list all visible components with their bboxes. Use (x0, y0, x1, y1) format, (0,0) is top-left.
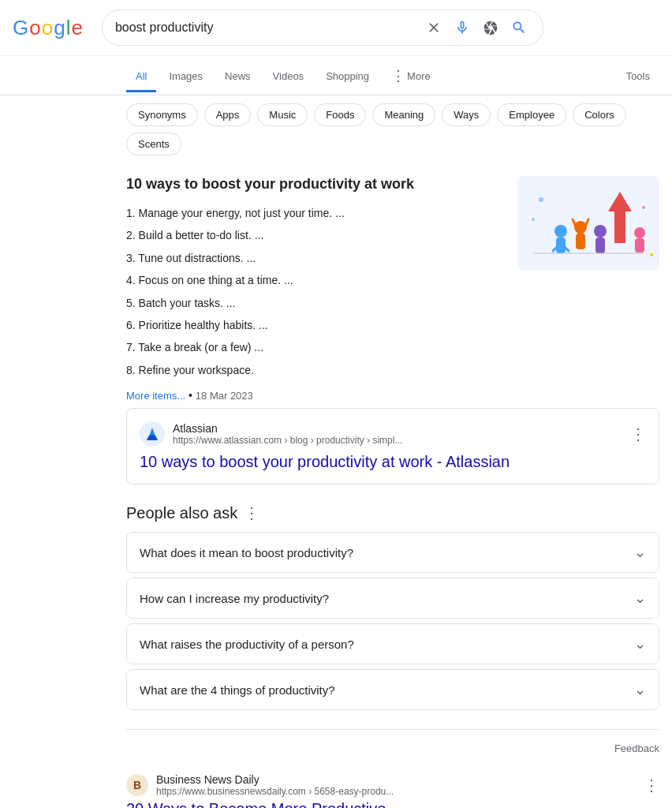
search-icons (423, 17, 530, 39)
featured-list: 1. Manage your energy, not just your tim… (126, 202, 505, 381)
chip-colors[interactable]: Colors (573, 103, 626, 126)
atlassian-logo-icon (143, 425, 162, 443)
people-also-ask-section: People also ask ⋮ What does it mean to b… (126, 503, 659, 710)
featured-title: 10 ways to boost your productivity at wo… (126, 176, 505, 193)
bnd-result-title[interactable]: 20 Ways to Become More Productive (126, 800, 659, 808)
featured-image (517, 176, 659, 271)
divider (126, 729, 659, 730)
list-item: 2. Build a better to-do list. ... (126, 224, 505, 246)
search-button[interactable] (508, 17, 530, 39)
logo-g: G (13, 16, 28, 40)
atlassian-menu-dots[interactable]: ⋮ (630, 426, 646, 442)
bnd-site-icon: B (126, 774, 148, 796)
lens-button[interactable] (480, 17, 502, 39)
result-source-bnd: B Business News Daily https://www.busine… (126, 773, 659, 797)
tab-all[interactable]: All (126, 62, 156, 92)
more-items-link[interactable]: More items... (126, 390, 185, 402)
chevron-down-icon: ⌄ (634, 681, 646, 698)
chevron-down-icon: ⌄ (634, 635, 646, 653)
search-icon (511, 20, 527, 36)
paa-question-1[interactable]: What does it mean to boost productivity?… (127, 533, 659, 572)
paa-menu-dots[interactable]: ⋮ (244, 503, 259, 522)
header: G o o g l e (0, 0, 672, 56)
list-item: 8. Refine your workspace. (126, 359, 505, 381)
chevron-down-icon: ⌄ (634, 589, 646, 607)
source-name: Atlassian (173, 422, 622, 435)
tab-more[interactable]: ⋮ More (382, 59, 440, 95)
separator: • (189, 389, 196, 402)
clear-button[interactable] (423, 17, 445, 39)
svg-point-12 (634, 227, 645, 238)
clear-icon (426, 20, 442, 36)
search-input[interactable] (115, 21, 416, 35)
chip-meaning[interactable]: Meaning (372, 103, 435, 126)
filter-chips: Synonyms Apps Music Foods Meaning Ways E… (0, 95, 672, 163)
google-logo[interactable]: G o o g l e (13, 16, 83, 40)
nav-tabs: All Images News Videos Shopping ⋮ More T… (0, 56, 672, 95)
chip-apps[interactable]: Apps (204, 103, 252, 126)
atlassian-result-link[interactable]: 10 ways to boost your productivity at wo… (140, 453, 510, 470)
featured-snippet: 10 ways to boost your productivity at wo… (126, 176, 659, 402)
paa-item-2: How can I increase my productivity? ⌄ (126, 578, 659, 619)
logo-e: e (71, 16, 82, 40)
svg-point-17 (650, 253, 653, 256)
paa-title: People also ask ⋮ (126, 503, 659, 522)
svg-rect-13 (635, 238, 644, 252)
more-items-row: More items... • 18 Mar 2023 (126, 389, 505, 402)
bnd-site-name: Business News Daily (156, 773, 636, 786)
logo-g2: g (54, 16, 65, 40)
chip-foods[interactable]: Foods (314, 103, 366, 126)
svg-rect-0 (517, 176, 659, 271)
tab-images[interactable]: Images (159, 62, 212, 92)
source-meta: Atlassian https://www.atlassian.com › bl… (173, 422, 622, 446)
tab-shopping[interactable]: Shopping (316, 62, 379, 92)
list-item: 7. Take a break (or a few) ... (126, 336, 505, 358)
result-item-bnd: B Business News Daily https://www.busine… (126, 773, 659, 808)
list-item: 4. Focus on one thing at a time. ... (126, 269, 505, 291)
featured-text: 10 ways to boost your productivity at wo… (126, 176, 505, 402)
paa-item-4: What are the 4 things of productivity? ⌄ (126, 669, 659, 710)
paa-question-4[interactable]: What are the 4 things of productivity? ⌄ (127, 670, 659, 709)
chip-scents[interactable]: Scents (126, 133, 181, 155)
chip-music[interactable]: Music (257, 103, 308, 126)
camera-icon (483, 20, 498, 36)
list-item: 3. Tune out distractions. ... (126, 247, 505, 269)
dots-icon: ⋮ (391, 67, 405, 84)
chip-ways[interactable]: Ways (442, 103, 491, 126)
svg-rect-9 (595, 238, 605, 253)
featured-date: 18 Mar 2023 (196, 390, 253, 402)
source-info: Atlassian https://www.atlassian.com › bl… (140, 421, 646, 447)
list-item: 5. Batch your tasks. ... (126, 292, 505, 314)
paa-question-3[interactable]: What raises the productivity of a person… (127, 624, 659, 664)
bnd-site-info: Business News Daily https://www.business… (156, 773, 636, 797)
logo-l: l (66, 16, 71, 40)
tab-news[interactable]: News (215, 62, 260, 92)
voice-search-button[interactable] (451, 17, 473, 39)
svg-point-2 (554, 225, 567, 238)
logo-o2: o (42, 16, 53, 40)
tab-tools[interactable]: Tools (617, 62, 659, 92)
atlassian-result: Atlassian https://www.atlassian.com › bl… (126, 408, 659, 484)
atlassian-icon (140, 421, 165, 447)
svg-point-8 (594, 225, 607, 238)
logo-o1: o (29, 16, 40, 40)
list-item: 6. Prioritize healthy habits. ... (126, 314, 505, 336)
search-bar[interactable] (102, 9, 543, 46)
chevron-down-icon: ⌄ (634, 544, 646, 561)
paa-item-1: What does it mean to boost productivity?… (126, 532, 659, 573)
svg-point-16 (532, 218, 535, 221)
chip-employee[interactable]: Employee (497, 103, 566, 126)
chip-synonyms[interactable]: Synonyms (126, 103, 198, 126)
paa-question-2[interactable]: How can I increase my productivity? ⌄ (127, 578, 659, 618)
paa-item-3: What raises the productivity of a person… (126, 623, 659, 664)
feedback-link[interactable]: Feedback (614, 743, 659, 754)
bnd-site-url: https://www.businessnewsdaily.com › 5658… (156, 786, 636, 797)
list-item: 1. Manage your energy, not just your tim… (126, 202, 505, 224)
bnd-menu-dots[interactable]: ⋮ (644, 777, 659, 793)
microphone-icon (454, 20, 470, 36)
feedback-row: Feedback (126, 736, 659, 761)
tab-videos[interactable]: Videos (263, 62, 314, 92)
main-content: 10 ways to boost your productivity at wo… (0, 163, 672, 808)
svg-point-14 (539, 197, 543, 202)
productivity-illustration (517, 176, 659, 271)
